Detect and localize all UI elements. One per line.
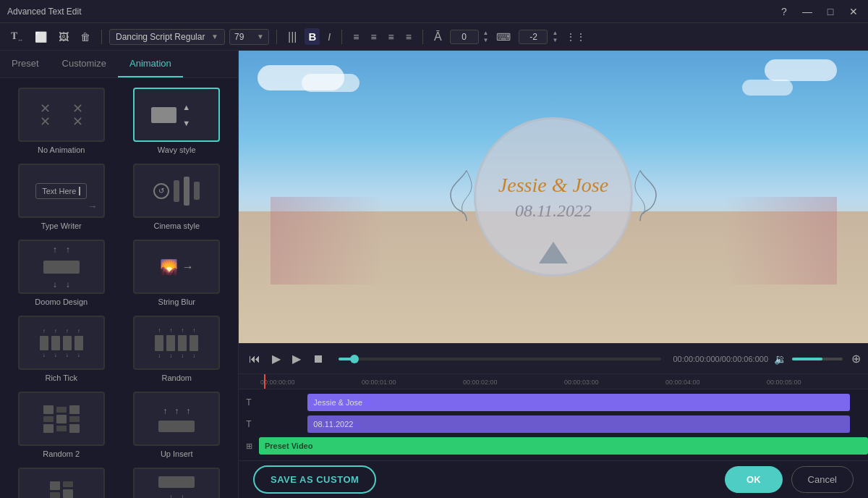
tracking-stepper[interactable]: ▲ ▼: [483, 30, 489, 43]
kern-stepper[interactable]: ▲ ▼: [552, 30, 558, 43]
animation-item-partial-2[interactable]: ↓ ↓: [119, 462, 235, 498]
font-size-dropdown[interactable]: 79 ▼: [229, 29, 269, 45]
random2-graphic: [43, 405, 80, 433]
kern-icon[interactable]: ⌨: [493, 29, 514, 45]
volume-slider[interactable]: [792, 358, 843, 360]
ruler-mark-2: 00:00:02:00: [463, 379, 498, 386]
anim-preview-rich-tick: ↑ ↓ ↑ ↓ ↑ ↓: [18, 316, 105, 370]
track-content-text-2[interactable]: 08.11.2022: [259, 415, 868, 433]
upinsert-graphic: ↑ ↑ ↑: [158, 406, 195, 432]
text-box-icon[interactable]: ⬜: [31, 29, 51, 45]
cancel-button[interactable]: Cancel: [791, 466, 854, 493]
partial1-graphic: [50, 481, 73, 498]
tab-customize[interactable]: Customize: [51, 51, 118, 77]
expand-icon[interactable]: ⊕: [851, 352, 861, 366]
animation-item-cinema-style[interactable]: ↺ Cinema style: [119, 158, 235, 234]
close-button[interactable]: ✕: [846, 6, 861, 17]
string-graphic: 🌄 →: [160, 258, 194, 276]
timeline: 00:00:00:00 00:00:01:00 00:00:02:00 00:0…: [239, 374, 868, 460]
font-dropdown[interactable]: Dancing Script Regular ▼: [109, 29, 225, 45]
ruler-mark-5: 00:00:05:00: [767, 379, 801, 386]
timeline-ruler: 00:00:00:00 00:00:01:00 00:00:02:00 00:0…: [239, 374, 868, 389]
track-content-video[interactable]: Preset Video: [259, 437, 868, 455]
align-right-icon[interactable]: ≡: [385, 29, 398, 45]
text-style-icon[interactable]: Ā: [430, 28, 446, 46]
animation-item-partial-1[interactable]: [4, 462, 119, 498]
animation-item-up-insert[interactable]: ↑ ↑ ↑ Up Insert: [119, 386, 235, 462]
playback-bar: ⏮ ▶ ▶ ⏹ 00:00:00:000/00:00:06:000 🔉 ⊕: [239, 343, 868, 374]
animation-item-doomo-design[interactable]: ↑ ↑ ↓ ↓ Doomo Design: [4, 234, 119, 310]
tracking-input[interactable]: [450, 30, 479, 44]
anim-preview-up-insert: ↑ ↑ ↑: [133, 392, 220, 446]
anim-preview-partial-1: [18, 468, 105, 498]
anim-label-cinema-style: Cinema style: [153, 221, 200, 230]
minimize-button[interactable]: —: [800, 6, 814, 17]
track-clip-text-2[interactable]: 08.11.2022: [307, 415, 849, 433]
animation-item-random-2[interactable]: Random 2: [4, 386, 119, 462]
title-bar-left: Advanced Text Edit: [7, 7, 82, 17]
maximize-button[interactable]: □: [823, 6, 838, 17]
track-clip-video[interactable]: Preset Video: [259, 437, 868, 455]
play-alt-button[interactable]: ▶: [289, 349, 304, 368]
type-writer-graphic: Text Here: [35, 183, 87, 199]
track-clip-text-1[interactable]: Jessie & Jose: [307, 394, 849, 411]
align-center-icon[interactable]: ≡: [367, 29, 380, 45]
animation-item-string-blur[interactable]: 🌄 → String Blur: [119, 234, 235, 310]
play-button[interactable]: ▶: [269, 349, 284, 368]
tab-animation[interactable]: Animation: [118, 51, 183, 77]
font-size-value: 79: [234, 32, 244, 42]
anim-preview-no-animation: ✕ ✕ ✕ ✕: [18, 88, 105, 142]
deco-left: [448, 167, 485, 227]
animation-item-type-writer[interactable]: Text Here → Type Writer: [4, 158, 119, 234]
playhead: [264, 374, 265, 389]
ruler-mark-0: 00:00:00:00: [260, 379, 295, 386]
track-icon-text-2: T: [239, 419, 259, 429]
volume-fill: [792, 358, 822, 360]
save-as-custom-button[interactable]: SAVE AS CUSTOM: [253, 465, 376, 494]
text-spacing-icon[interactable]: |||: [284, 28, 300, 46]
progress-bar[interactable]: [339, 358, 661, 360]
anim-preview-partial-2: ↓ ↓: [133, 468, 220, 498]
separator2: [276, 30, 277, 44]
text-image-icon[interactable]: 🖼: [55, 29, 72, 45]
track-content-text-1[interactable]: Jessie & Jose: [259, 394, 868, 411]
wedding-date: 08.11.2022: [515, 201, 592, 221]
clip-label-text-1: Jessie & Jose: [313, 398, 362, 407]
italic-button[interactable]: I: [324, 29, 334, 45]
anchor-deco: [532, 238, 575, 269]
ruler-mark-4: 00:00:04:00: [665, 379, 700, 386]
anim-preview-random-2: [18, 392, 105, 446]
help-button[interactable]: ?: [777, 6, 791, 17]
volume-down-icon[interactable]: 🔉: [774, 353, 786, 365]
animation-item-no-animation[interactable]: ✕ ✕ ✕ ✕ No Animation: [4, 82, 119, 158]
ok-button[interactable]: OK: [725, 466, 783, 493]
stop-button[interactable]: ⏹: [310, 350, 327, 368]
anim-label-rich-tick: Rich Tick: [45, 374, 77, 382]
cloud-3: [765, 59, 837, 81]
animation-grid: ✕ ✕ ✕ ✕ No Animation ▲ ▼: [0, 78, 238, 498]
more-options-icon[interactable]: ⋮⋮: [562, 29, 590, 45]
timeline-row-text-2: T 08.11.2022: [239, 414, 868, 434]
tab-preset[interactable]: Preset: [0, 51, 51, 77]
align-left-icon[interactable]: ≡: [349, 29, 362, 45]
animation-item-rich-tick[interactable]: ↑ ↓ ↑ ↓ ↑ ↓: [4, 310, 119, 386]
toolbar: 𝐓↔ ⬜ 🖼 🗑 Dancing Script Regular ▼ 79 ▼ |…: [0, 23, 868, 51]
anim-label-no-animation: No Animation: [38, 145, 85, 154]
title-bar: Advanced Text Edit ? — □ ✕: [0, 0, 868, 23]
text-transform-icon[interactable]: 𝐓↔: [7, 28, 27, 46]
ruler-mark-1: 00:00:01:00: [362, 379, 396, 386]
anim-preview-wavy-style: ▲ ▼: [133, 88, 220, 142]
delete-icon[interactable]: 🗑: [77, 29, 94, 45]
bold-button[interactable]: B: [305, 28, 320, 45]
rich-tick-graphic: ↑ ↓ ↑ ↓ ↑ ↓: [40, 328, 83, 358]
animation-item-wavy-style[interactable]: ▲ ▼ Wavy style: [119, 82, 235, 158]
doomo-graphic: ↑ ↑ ↓ ↓: [43, 245, 80, 290]
kern-input[interactable]: [519, 30, 548, 44]
wavy-graphic: ▲ ▼: [144, 95, 209, 135]
skip-back-button[interactable]: ⏮: [246, 350, 263, 368]
wedding-name: Jessie & Jose: [498, 174, 608, 197]
font-name: Dancing Script Regular: [116, 32, 205, 42]
animation-item-random[interactable]: ↑ ↓ ↑ ↓ ↑ ↓: [119, 310, 235, 386]
align-justify-icon[interactable]: ≡: [402, 29, 415, 45]
anim-label-doomo-design: Doomo Design: [35, 297, 88, 306]
